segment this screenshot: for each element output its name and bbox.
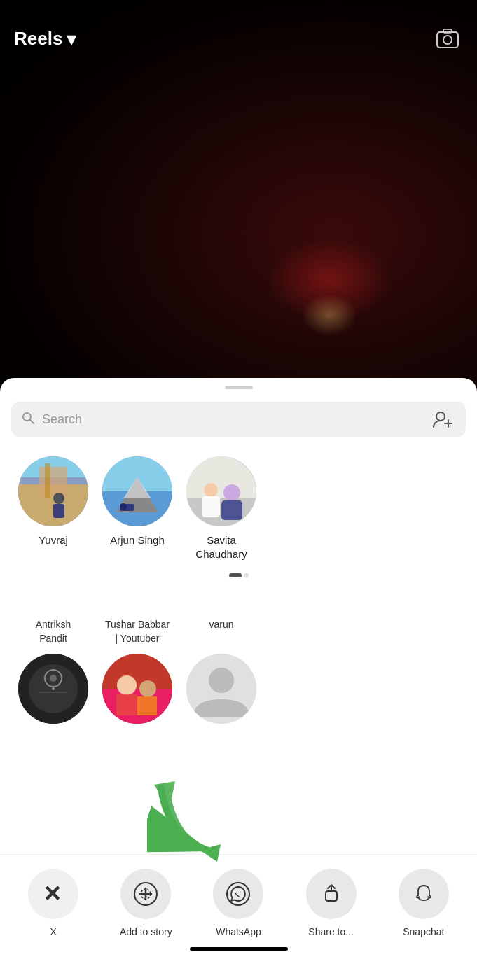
contact-savita[interactable]: SavitaChaudhary xyxy=(179,451,263,566)
svg-point-1 xyxy=(443,36,452,44)
avatar-savita xyxy=(186,456,256,526)
search-placeholder: Search xyxy=(42,412,424,427)
svg-point-24 xyxy=(204,483,218,497)
svg-point-14 xyxy=(53,493,64,504)
avatar-yuvraj xyxy=(18,456,88,526)
svg-point-33 xyxy=(52,687,55,690)
avatar-tushar xyxy=(102,654,172,724)
svg-rect-27 xyxy=(221,500,242,520)
background-video-area xyxy=(0,0,477,392)
svg-rect-0 xyxy=(437,32,458,48)
avatar-arjun xyxy=(102,456,172,526)
share-to-icon xyxy=(319,881,344,906)
x-icon-circle[interactable]: ✕ xyxy=(28,869,78,919)
contacts-row-1: Yuvraj Arjun Singh xyxy=(0,451,477,566)
action-bar: ✕ X Add to story xyxy=(0,854,477,980)
whatsapp-label: WhatsApp xyxy=(216,926,261,937)
name-varun: varun xyxy=(179,618,263,645)
page-indicator xyxy=(229,573,249,578)
svg-point-37 xyxy=(139,680,156,697)
search-icon xyxy=(21,411,35,428)
contact-name-yuvraj: Yuvraj xyxy=(39,533,68,547)
camera-icon xyxy=(436,29,459,48)
contact-antriksh[interactable] xyxy=(11,654,95,724)
home-indicator xyxy=(190,947,288,951)
search-bar[interactable]: Search xyxy=(11,402,466,437)
add-to-story-circle[interactable] xyxy=(120,869,171,919)
svg-point-26 xyxy=(223,484,240,501)
share-to-label: Share to... xyxy=(308,926,354,937)
svg-rect-50 xyxy=(326,891,337,901)
svg-rect-15 xyxy=(53,504,64,518)
action-add-to-story[interactable]: Add to story xyxy=(111,869,181,937)
svg-text:✕: ✕ xyxy=(43,882,62,906)
reels-title-group[interactable]: Reels ▾ xyxy=(14,27,76,50)
contact-name-arjun: Arjun Singh xyxy=(110,533,165,547)
chevron-down-icon: ▾ xyxy=(67,29,76,50)
svg-point-31 xyxy=(50,675,57,682)
svg-rect-25 xyxy=(202,496,220,517)
contact-varun[interactable] xyxy=(179,654,263,724)
action-snapchat[interactable]: Snapchat xyxy=(389,869,459,937)
dot-active xyxy=(229,573,242,578)
x-icon: ✕ xyxy=(41,882,65,906)
add-to-story-label: Add to story xyxy=(120,926,172,937)
contact-tushar[interactable] xyxy=(95,654,179,724)
svg-rect-12 xyxy=(39,467,67,498)
contact-arjun[interactable]: Arjun Singh xyxy=(95,451,179,566)
svg-rect-13 xyxy=(45,463,50,498)
svg-point-41 xyxy=(209,668,234,693)
svg-rect-38 xyxy=(116,694,137,715)
name-antriksh: AntrikshPandit xyxy=(11,618,95,645)
svg-point-5 xyxy=(436,412,445,421)
add-friends-button[interactable] xyxy=(431,407,456,432)
share-to-circle[interactable] xyxy=(306,869,357,919)
contacts-row-2-avatars xyxy=(0,654,477,724)
snapchat-circle[interactable] xyxy=(399,869,449,919)
contact-name-savita: SavitaChaudhary xyxy=(195,533,247,561)
svg-rect-21 xyxy=(120,504,134,511)
svg-line-4 xyxy=(30,419,34,424)
name-tushar: Tushar Babbar| Youtuber xyxy=(95,618,179,645)
svg-rect-39 xyxy=(137,696,157,715)
x-label: X xyxy=(50,926,56,937)
camera-button[interactable] xyxy=(432,23,463,54)
avatar-antriksh xyxy=(18,654,88,724)
action-x[interactable]: ✕ X xyxy=(18,869,88,937)
add-to-story-icon xyxy=(133,881,158,906)
action-whatsapp[interactable]: WhatsApp xyxy=(203,869,273,937)
svg-rect-2 xyxy=(443,29,452,33)
snapchat-label: Snapchat xyxy=(403,926,444,937)
whatsapp-icon xyxy=(226,881,251,906)
reels-title: Reels xyxy=(14,28,62,50)
drag-handle[interactable] xyxy=(225,386,253,389)
svg-point-36 xyxy=(117,676,137,695)
contacts-row-2-names: AntrikshPandit Tushar Babbar| Youtuber v… xyxy=(0,618,477,645)
dot-inactive xyxy=(244,573,249,578)
contact-yuvraj[interactable]: Yuvraj xyxy=(11,451,95,566)
top-bar: Reels ▾ xyxy=(0,0,477,56)
action-items-row: ✕ X Add to story xyxy=(0,855,477,937)
snapchat-icon xyxy=(411,881,436,906)
action-share-to[interactable]: Share to... xyxy=(296,869,366,937)
avatar-varun xyxy=(186,654,256,724)
whatsapp-circle[interactable] xyxy=(213,869,263,919)
